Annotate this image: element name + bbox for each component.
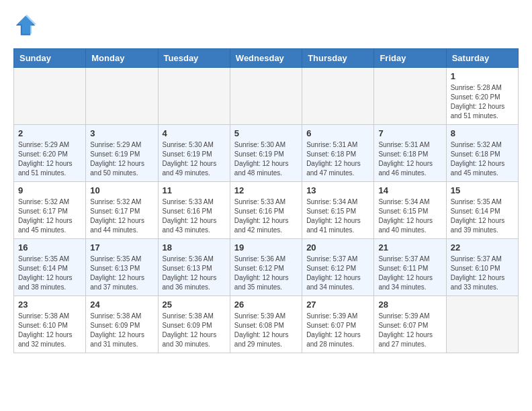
day-header-monday: Monday <box>86 49 158 68</box>
day-cell: 26Sunrise: 5:39 AMSunset: 6:08 PMDayligh… <box>230 296 302 353</box>
day-cell: 28Sunrise: 5:39 AMSunset: 6:07 PMDayligh… <box>374 296 446 353</box>
day-info: Sunrise: 5:38 AMSunset: 6:10 PMDaylight:… <box>18 312 81 349</box>
day-cell: 4Sunrise: 5:30 AMSunset: 6:19 PMDaylight… <box>158 125 230 182</box>
day-cell: 18Sunrise: 5:36 AMSunset: 6:13 PMDayligh… <box>158 239 230 296</box>
day-header-thursday: Thursday <box>302 49 374 68</box>
day-number: 1 <box>451 71 514 81</box>
day-info: Sunrise: 5:36 AMSunset: 6:13 PMDaylight:… <box>163 255 226 292</box>
day-header-friday: Friday <box>374 49 446 68</box>
day-number: 7 <box>378 128 441 138</box>
day-info: Sunrise: 5:34 AMSunset: 6:15 PMDaylight:… <box>306 197 369 235</box>
day-number: 2 <box>18 128 81 138</box>
day-number: 28 <box>378 300 441 310</box>
day-cell: 17Sunrise: 5:35 AMSunset: 6:13 PMDayligh… <box>86 239 158 296</box>
day-cell: 8Sunrise: 5:32 AMSunset: 6:18 PMDaylight… <box>446 125 518 182</box>
day-number: 12 <box>234 185 298 195</box>
day-number: 25 <box>163 300 226 310</box>
week-row-2: 2Sunrise: 5:29 AMSunset: 6:20 PMDaylight… <box>14 125 519 182</box>
day-number: 4 <box>163 128 226 138</box>
day-cell: 3Sunrise: 5:29 AMSunset: 6:19 PMDaylight… <box>86 125 158 182</box>
day-info: Sunrise: 5:39 AMSunset: 6:07 PMDaylight:… <box>306 312 369 349</box>
day-cell: 19Sunrise: 5:36 AMSunset: 6:12 PMDayligh… <box>230 239 302 296</box>
day-number: 20 <box>306 242 369 253</box>
day-number: 19 <box>234 242 298 253</box>
logo-icon <box>13 13 38 38</box>
day-cell: 15Sunrise: 5:35 AMSunset: 6:14 PMDayligh… <box>446 182 518 239</box>
day-cell: 2Sunrise: 5:29 AMSunset: 6:20 PMDaylight… <box>14 125 86 182</box>
day-number: 17 <box>90 242 153 253</box>
day-cell: 24Sunrise: 5:38 AMSunset: 6:09 PMDayligh… <box>86 296 158 353</box>
day-number: 23 <box>18 300 81 310</box>
day-info: Sunrise: 5:33 AMSunset: 6:16 PMDaylight:… <box>163 197 226 235</box>
day-number: 8 <box>451 128 514 138</box>
day-info: Sunrise: 5:38 AMSunset: 6:09 PMDaylight:… <box>90 312 153 349</box>
day-cell <box>302 68 374 125</box>
day-info: Sunrise: 5:37 AMSunset: 6:12 PMDaylight:… <box>306 255 369 292</box>
day-cell: 10Sunrise: 5:32 AMSunset: 6:17 PMDayligh… <box>86 182 158 239</box>
calendar: SundayMondayTuesdayWednesdayThursdayFrid… <box>13 48 519 353</box>
day-number: 26 <box>234 300 298 310</box>
day-cell: 6Sunrise: 5:31 AMSunset: 6:18 PMDaylight… <box>302 125 374 182</box>
day-number: 11 <box>163 185 226 195</box>
day-info: Sunrise: 5:32 AMSunset: 6:18 PMDaylight:… <box>451 140 514 178</box>
day-number: 10 <box>90 185 153 195</box>
day-info: Sunrise: 5:32 AMSunset: 6:17 PMDaylight:… <box>90 197 153 235</box>
day-number: 27 <box>306 300 369 310</box>
day-info: Sunrise: 5:33 AMSunset: 6:16 PMDaylight:… <box>234 197 298 235</box>
day-number: 6 <box>306 128 369 138</box>
day-header-saturday: Saturday <box>446 49 518 68</box>
day-info: Sunrise: 5:35 AMSunset: 6:14 PMDaylight:… <box>18 255 81 292</box>
day-info: Sunrise: 5:38 AMSunset: 6:09 PMDaylight:… <box>163 312 226 349</box>
day-number: 3 <box>90 128 153 138</box>
day-cell: 1Sunrise: 5:28 AMSunset: 6:20 PMDaylight… <box>446 68 518 125</box>
day-cell <box>14 68 86 125</box>
day-info: Sunrise: 5:39 AMSunset: 6:07 PMDaylight:… <box>378 312 441 349</box>
day-cell: 5Sunrise: 5:30 AMSunset: 6:19 PMDaylight… <box>230 125 302 182</box>
day-info: Sunrise: 5:31 AMSunset: 6:18 PMDaylight:… <box>306 140 369 178</box>
day-number: 24 <box>90 300 153 310</box>
day-header-sunday: Sunday <box>14 49 86 68</box>
day-info: Sunrise: 5:29 AMSunset: 6:20 PMDaylight:… <box>18 140 81 178</box>
day-number: 21 <box>378 242 441 253</box>
day-number: 13 <box>306 185 369 195</box>
week-row-4: 16Sunrise: 5:35 AMSunset: 6:14 PMDayligh… <box>14 239 519 296</box>
day-number: 15 <box>451 185 514 195</box>
week-row-3: 9Sunrise: 5:32 AMSunset: 6:17 PMDaylight… <box>14 182 519 239</box>
day-cell <box>86 68 158 125</box>
week-row-1: 1Sunrise: 5:28 AMSunset: 6:20 PMDaylight… <box>14 68 519 125</box>
day-info: Sunrise: 5:32 AMSunset: 6:17 PMDaylight:… <box>18 197 81 235</box>
day-info: Sunrise: 5:37 AMSunset: 6:11 PMDaylight:… <box>378 255 441 292</box>
day-cell: 25Sunrise: 5:38 AMSunset: 6:09 PMDayligh… <box>158 296 230 353</box>
day-number: 22 <box>451 242 514 253</box>
day-header-wednesday: Wednesday <box>230 49 302 68</box>
day-info: Sunrise: 5:37 AMSunset: 6:10 PMDaylight:… <box>451 255 514 292</box>
day-cell: 14Sunrise: 5:34 AMSunset: 6:15 PMDayligh… <box>374 182 446 239</box>
day-number: 18 <box>163 242 226 253</box>
day-info: Sunrise: 5:30 AMSunset: 6:19 PMDaylight:… <box>163 140 226 178</box>
day-cell: 23Sunrise: 5:38 AMSunset: 6:10 PMDayligh… <box>14 296 86 353</box>
week-row-5: 23Sunrise: 5:38 AMSunset: 6:10 PMDayligh… <box>14 296 519 353</box>
header <box>13 13 519 38</box>
day-cell <box>374 68 446 125</box>
day-cell: 7Sunrise: 5:31 AMSunset: 6:18 PMDaylight… <box>374 125 446 182</box>
day-cell <box>446 296 518 353</box>
day-number: 16 <box>18 242 81 253</box>
day-info: Sunrise: 5:39 AMSunset: 6:08 PMDaylight:… <box>234 312 298 349</box>
day-cell: 11Sunrise: 5:33 AMSunset: 6:16 PMDayligh… <box>158 182 230 239</box>
day-info: Sunrise: 5:29 AMSunset: 6:19 PMDaylight:… <box>90 140 153 178</box>
day-info: Sunrise: 5:35 AMSunset: 6:13 PMDaylight:… <box>90 255 153 292</box>
day-info: Sunrise: 5:30 AMSunset: 6:19 PMDaylight:… <box>234 140 298 178</box>
day-cell: 27Sunrise: 5:39 AMSunset: 6:07 PMDayligh… <box>302 296 374 353</box>
day-number: 14 <box>378 185 441 195</box>
day-info: Sunrise: 5:35 AMSunset: 6:14 PMDaylight:… <box>451 197 514 235</box>
day-cell: 21Sunrise: 5:37 AMSunset: 6:11 PMDayligh… <box>374 239 446 296</box>
day-number: 5 <box>234 128 298 138</box>
day-number: 9 <box>18 185 81 195</box>
day-cell: 22Sunrise: 5:37 AMSunset: 6:10 PMDayligh… <box>446 239 518 296</box>
logo <box>13 13 42 38</box>
day-cell <box>158 68 230 125</box>
day-cell: 13Sunrise: 5:34 AMSunset: 6:15 PMDayligh… <box>302 182 374 239</box>
calendar-header-row: SundayMondayTuesdayWednesdayThursdayFrid… <box>14 49 519 68</box>
day-info: Sunrise: 5:28 AMSunset: 6:20 PMDaylight:… <box>451 83 514 121</box>
day-info: Sunrise: 5:34 AMSunset: 6:15 PMDaylight:… <box>378 197 441 235</box>
